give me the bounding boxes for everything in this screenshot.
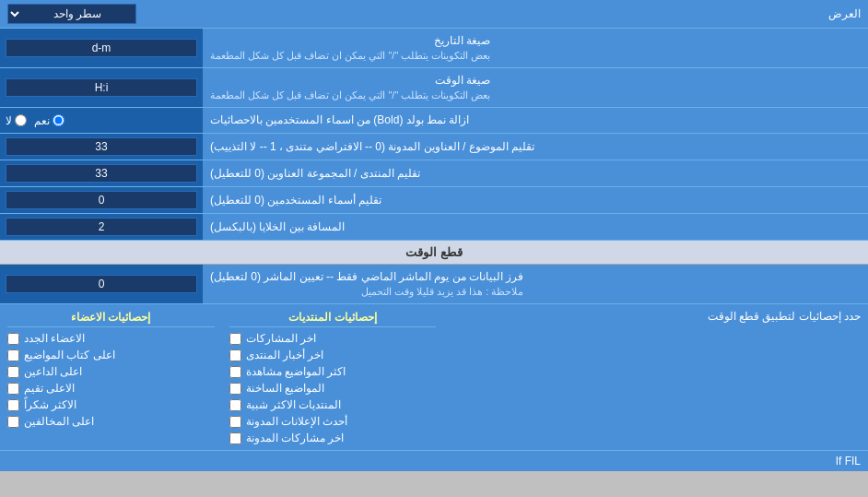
radio-no-text: لا	[6, 114, 12, 127]
cb-most-viewed-input[interactable]	[229, 366, 241, 378]
top-row: العرض سطر واحدسطرانثلاثة أسطر	[0, 0, 868, 29]
cb-most-viewed: اكثر المواضيع مشاهدة	[229, 363, 437, 380]
remove-bold-label: ازالة نمط بولد (Bold) من اسماء المستخدمي…	[203, 108, 868, 133]
remove-bold-row: ازالة نمط بولد (Bold) من اسماء المستخدمي…	[0, 108, 868, 134]
top-label: العرض	[136, 7, 861, 20]
apply-label: حدد إحصائيات لتطبيق قطع الوقت	[665, 304, 868, 328]
cutoff-row: فرز البيانات من يوم الماشر الماضي فقط --…	[0, 265, 868, 304]
usernames-trim-input[interactable]	[6, 191, 197, 209]
time-format-input[interactable]	[6, 78, 197, 97]
usernames-trim-input-container	[0, 187, 203, 213]
date-format-label: صيغة التاريخ بعض التكوينات يتطلب "/" الت…	[203, 29, 868, 67]
date-format-input[interactable]	[6, 39, 197, 57]
cutoff-input-container	[0, 265, 203, 303]
cb-top-violators-input[interactable]	[7, 416, 19, 428]
cb-hot-topics-input[interactable]	[229, 383, 241, 395]
date-format-input-container	[0, 29, 203, 67]
forum-group-input[interactable]	[6, 164, 197, 183]
cutoff-section-header: قطع الوقت	[0, 241, 868, 265]
cb-forum-news-input[interactable]	[229, 349, 241, 361]
cb-latest-announcements: أحدث الإعلانات المدونة	[229, 413, 437, 430]
if-fil-row: If FIL	[0, 451, 868, 471]
cb-top-topic-writers: اعلى كتاب المواضيع	[7, 347, 215, 363]
forum-group-input-container	[0, 160, 203, 186]
cb-new-members: الاعضاء الجدد	[7, 330, 215, 347]
cb-top-violators: اعلى المخالفين	[7, 413, 215, 430]
cb-blog-posts: اخر مشاركات المدونة	[229, 430, 437, 446]
usernames-trim-row: تقليم أسماء المستخدمين (0 للتعطيل)	[0, 187, 868, 214]
remove-bold-radio-group: نعم لا	[6, 114, 65, 127]
cb-top-rated: الاعلى تقيم	[7, 380, 215, 396]
cb-hot-topics: المواضيع الساخنة	[229, 380, 437, 396]
radio-yes-text: نعم	[34, 114, 50, 127]
remove-bold-radio-container: نعم لا	[0, 108, 203, 133]
if-fil-text: If FIL	[836, 455, 861, 467]
col2-header: إحصائيات المنتديات	[229, 308, 437, 327]
display-select[interactable]: سطر واحدسطرانثلاثة أسطر	[7, 4, 136, 24]
checkboxes-col2: إحصائيات المنتديات اخر المشاركات اخر أخب…	[222, 304, 444, 450]
cb-most-thankful-input[interactable]	[7, 399, 19, 411]
cb-latest-announcements-input[interactable]	[229, 416, 241, 428]
time-format-input-container	[0, 68, 203, 107]
cb-last-posts-input[interactable]	[229, 333, 241, 345]
topic-addr-input-container	[0, 134, 203, 160]
space-between-label: المسافة بين الخلايا (بالبكسل)	[203, 214, 868, 240]
topic-addr-row: تقليم الموضوع / العناوين المدونة (0 -- ا…	[0, 134, 868, 160]
cb-top-inviters: اعلى الداعين	[7, 363, 215, 380]
forum-group-label: تقليم المنتدى / المجموعة العناوين (0 للت…	[203, 160, 868, 186]
space-between-input-container	[0, 214, 203, 240]
cb-top-inviters-input[interactable]	[7, 366, 19, 378]
cb-forum-news: اخر أخبار المنتدى	[229, 347, 437, 363]
space-between-row: المسافة بين الخلايا (بالبكسل)	[0, 214, 868, 241]
topic-addr-input[interactable]	[6, 137, 197, 156]
col1-header: إحصائيات الاعضاء	[7, 308, 215, 327]
time-format-row: صيغة الوقت بعض التكوينات يتطلب "/" التي …	[0, 68, 868, 108]
checkboxes-col3	[443, 304, 665, 450]
cb-top-rated-input[interactable]	[7, 383, 19, 395]
time-format-label: صيغة الوقت بعض التكوينات يتطلب "/" التي …	[203, 68, 868, 107]
cb-last-posts: اخر المشاركات	[229, 330, 437, 347]
cb-most-thankful: الاكثر شكراً	[7, 396, 215, 413]
checkboxes-col1: إحصائيات الاعضاء الاعضاء الجدد اعلى كتاب…	[0, 304, 222, 450]
checkboxes-section: حدد إحصائيات لتطبيق قطع الوقت إحصائيات ا…	[0, 304, 868, 451]
forum-group-row: تقليم المنتدى / المجموعة العناوين (0 للت…	[0, 160, 868, 187]
checkbox-columns: إحصائيات المنتديات اخر المشاركات اخر أخب…	[0, 304, 665, 450]
space-between-input[interactable]	[6, 218, 197, 236]
cb-new-members-input[interactable]	[7, 333, 19, 345]
usernames-trim-label: تقليم أسماء المستخدمين (0 للتعطيل)	[203, 187, 868, 213]
cutoff-label: فرز البيانات من يوم الماشر الماضي فقط --…	[203, 265, 868, 303]
cb-most-similar-input[interactable]	[229, 399, 241, 411]
radio-no[interactable]	[15, 114, 27, 126]
topic-addr-label: تقليم الموضوع / العناوين المدونة (0 -- ا…	[203, 134, 868, 160]
cutoff-input[interactable]	[6, 275, 197, 293]
cb-most-similar: المنتديات الاكثر شبية	[229, 396, 437, 413]
radio-yes-label[interactable]: نعم	[34, 114, 65, 127]
cb-blog-posts-input[interactable]	[229, 432, 241, 444]
radio-no-label[interactable]: لا	[6, 114, 27, 127]
cb-top-topic-writers-input[interactable]	[7, 349, 19, 361]
date-format-row: صيغة التاريخ بعض التكوينات يتطلب "/" الت…	[0, 29, 868, 68]
main-container: العرض سطر واحدسطرانثلاثة أسطر صيغة التار…	[0, 0, 868, 471]
radio-yes[interactable]	[53, 114, 65, 126]
